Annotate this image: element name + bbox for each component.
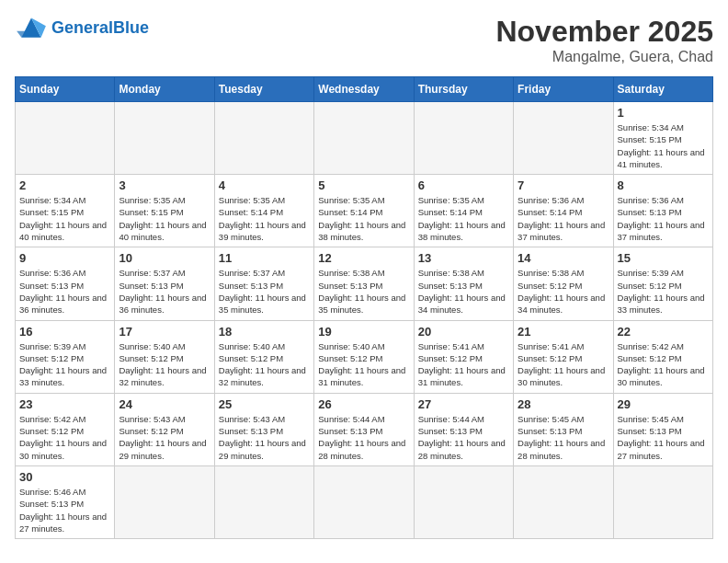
calendar-cell	[115, 465, 214, 538]
day-info: Sunrise: 5:40 AM Sunset: 5:12 PM Dayligh…	[219, 340, 310, 389]
calendar-cell	[314, 465, 414, 538]
calendar-cell: 6Sunrise: 5:35 AM Sunset: 5:14 PM Daylig…	[414, 175, 513, 247]
calendar-cell	[514, 465, 613, 538]
calendar-cell: 20Sunrise: 5:41 AM Sunset: 5:12 PM Dayli…	[414, 320, 513, 393]
calendar-cell: 29Sunrise: 5:45 AM Sunset: 5:13 PM Dayli…	[613, 393, 712, 465]
calendar-cell: 19Sunrise: 5:40 AM Sunset: 5:12 PM Dayli…	[314, 320, 414, 393]
day-info: Sunrise: 5:34 AM Sunset: 5:15 PM Dayligh…	[19, 194, 110, 243]
logo-text: GeneralBlue	[51, 19, 149, 38]
day-info: Sunrise: 5:34 AM Sunset: 5:15 PM Dayligh…	[618, 121, 709, 170]
day-number: 23	[19, 397, 110, 411]
page-header: GeneralBlue November 2025 Mangalme, Guer…	[15, 15, 713, 65]
day-number: 8	[618, 178, 709, 192]
day-number: 17	[119, 325, 210, 339]
day-number: 15	[618, 251, 709, 265]
week-row-3: 9Sunrise: 5:36 AM Sunset: 5:13 PM Daylig…	[16, 247, 713, 320]
day-number: 28	[518, 397, 609, 411]
day-info: Sunrise: 5:44 AM Sunset: 5:13 PM Dayligh…	[318, 413, 409, 462]
week-row-4: 16Sunrise: 5:39 AM Sunset: 5:12 PM Dayli…	[16, 320, 713, 393]
logo-icon	[15, 15, 48, 42]
calendar-cell: 1Sunrise: 5:34 AM Sunset: 5:15 PM Daylig…	[613, 102, 712, 175]
day-number: 7	[518, 178, 609, 192]
day-info: Sunrise: 5:41 AM Sunset: 5:12 PM Dayligh…	[518, 340, 609, 389]
calendar-cell: 11Sunrise: 5:37 AM Sunset: 5:13 PM Dayli…	[214, 247, 313, 320]
day-number: 12	[318, 251, 409, 265]
day-info: Sunrise: 5:38 AM Sunset: 5:13 PM Dayligh…	[318, 267, 409, 316]
day-info: Sunrise: 5:42 AM Sunset: 5:12 PM Dayligh…	[19, 413, 110, 462]
day-number: 9	[19, 251, 110, 265]
day-info: Sunrise: 5:43 AM Sunset: 5:13 PM Dayligh…	[219, 413, 310, 462]
calendar-cell: 5Sunrise: 5:35 AM Sunset: 5:14 PM Daylig…	[314, 175, 414, 247]
day-info: Sunrise: 5:35 AM Sunset: 5:14 PM Dayligh…	[219, 194, 310, 243]
day-number: 16	[19, 325, 110, 339]
calendar-cell: 24Sunrise: 5:43 AM Sunset: 5:12 PM Dayli…	[115, 393, 214, 465]
day-info: Sunrise: 5:40 AM Sunset: 5:12 PM Dayligh…	[318, 340, 409, 389]
day-number: 10	[119, 251, 210, 265]
title-block: November 2025 Mangalme, Guera, Chad	[495, 15, 713, 65]
day-info: Sunrise: 5:36 AM Sunset: 5:14 PM Dayligh…	[518, 194, 609, 243]
calendar-cell: 7Sunrise: 5:36 AM Sunset: 5:14 PM Daylig…	[514, 175, 613, 247]
calendar-cell	[314, 102, 414, 175]
calendar-cell: 16Sunrise: 5:39 AM Sunset: 5:12 PM Dayli…	[16, 320, 115, 393]
day-info: Sunrise: 5:36 AM Sunset: 5:13 PM Dayligh…	[618, 194, 709, 243]
calendar-cell: 8Sunrise: 5:36 AM Sunset: 5:13 PM Daylig…	[613, 175, 712, 247]
calendar-cell: 2Sunrise: 5:34 AM Sunset: 5:15 PM Daylig…	[16, 175, 115, 247]
day-info: Sunrise: 5:35 AM Sunset: 5:14 PM Dayligh…	[418, 194, 509, 243]
calendar-cell: 15Sunrise: 5:39 AM Sunset: 5:12 PM Dayli…	[613, 247, 712, 320]
weekday-header-row: SundayMondayTuesdayWednesdayThursdayFrid…	[16, 77, 713, 102]
calendar-cell: 27Sunrise: 5:44 AM Sunset: 5:13 PM Dayli…	[414, 393, 513, 465]
calendar-cell	[214, 465, 313, 538]
month-title: November 2025	[495, 15, 713, 49]
day-number: 21	[518, 325, 609, 339]
day-info: Sunrise: 5:39 AM Sunset: 5:12 PM Dayligh…	[618, 267, 709, 316]
weekday-header-wednesday: Wednesday	[314, 77, 414, 102]
day-info: Sunrise: 5:45 AM Sunset: 5:13 PM Dayligh…	[518, 413, 609, 462]
calendar-cell: 10Sunrise: 5:37 AM Sunset: 5:13 PM Dayli…	[115, 247, 214, 320]
day-info: Sunrise: 5:36 AM Sunset: 5:13 PM Dayligh…	[19, 267, 110, 316]
calendar-cell: 13Sunrise: 5:38 AM Sunset: 5:13 PM Dayli…	[414, 247, 513, 320]
day-number: 2	[19, 178, 110, 192]
calendar-cell	[214, 102, 313, 175]
day-number: 5	[318, 178, 409, 192]
calendar-cell: 26Sunrise: 5:44 AM Sunset: 5:13 PM Dayli…	[314, 393, 414, 465]
day-number: 30	[19, 470, 110, 484]
calendar-cell	[16, 102, 115, 175]
day-number: 13	[418, 251, 509, 265]
calendar-cell: 30Sunrise: 5:46 AM Sunset: 5:13 PM Dayli…	[16, 465, 115, 538]
day-number: 19	[318, 325, 409, 339]
day-number: 20	[418, 325, 509, 339]
calendar-cell	[414, 465, 513, 538]
day-number: 11	[219, 251, 310, 265]
day-info: Sunrise: 5:37 AM Sunset: 5:13 PM Dayligh…	[119, 267, 210, 316]
calendar-cell: 28Sunrise: 5:45 AM Sunset: 5:13 PM Dayli…	[514, 393, 613, 465]
week-row-2: 2Sunrise: 5:34 AM Sunset: 5:15 PM Daylig…	[16, 175, 713, 247]
day-info: Sunrise: 5:45 AM Sunset: 5:13 PM Dayligh…	[618, 413, 709, 462]
day-number: 1	[618, 106, 709, 120]
calendar-cell: 9Sunrise: 5:36 AM Sunset: 5:13 PM Daylig…	[16, 247, 115, 320]
calendar-cell: 4Sunrise: 5:35 AM Sunset: 5:14 PM Daylig…	[214, 175, 313, 247]
day-number: 3	[119, 178, 210, 192]
day-number: 4	[219, 178, 310, 192]
calendar-cell: 14Sunrise: 5:38 AM Sunset: 5:12 PM Dayli…	[514, 247, 613, 320]
calendar-cell	[514, 102, 613, 175]
calendar-cell: 18Sunrise: 5:40 AM Sunset: 5:12 PM Dayli…	[214, 320, 313, 393]
day-info: Sunrise: 5:43 AM Sunset: 5:12 PM Dayligh…	[119, 413, 210, 462]
weekday-header-sunday: Sunday	[16, 77, 115, 102]
calendar-table: SundayMondayTuesdayWednesdayThursdayFrid…	[15, 76, 713, 539]
weekday-header-monday: Monday	[115, 77, 214, 102]
day-info: Sunrise: 5:38 AM Sunset: 5:12 PM Dayligh…	[518, 267, 609, 316]
day-info: Sunrise: 5:40 AM Sunset: 5:12 PM Dayligh…	[119, 340, 210, 389]
calendar-cell: 12Sunrise: 5:38 AM Sunset: 5:13 PM Dayli…	[314, 247, 414, 320]
calendar-cell: 17Sunrise: 5:40 AM Sunset: 5:12 PM Dayli…	[115, 320, 214, 393]
week-row-6: 30Sunrise: 5:46 AM Sunset: 5:13 PM Dayli…	[16, 465, 713, 538]
weekday-header-thursday: Thursday	[414, 77, 513, 102]
day-info: Sunrise: 5:44 AM Sunset: 5:13 PM Dayligh…	[418, 413, 509, 462]
calendar-cell: 23Sunrise: 5:42 AM Sunset: 5:12 PM Dayli…	[16, 393, 115, 465]
day-number: 22	[618, 325, 709, 339]
day-number: 6	[418, 178, 509, 192]
day-number: 24	[119, 397, 210, 411]
day-number: 14	[518, 251, 609, 265]
day-info: Sunrise: 5:37 AM Sunset: 5:13 PM Dayligh…	[219, 267, 310, 316]
calendar-cell: 25Sunrise: 5:43 AM Sunset: 5:13 PM Dayli…	[214, 393, 313, 465]
calendar-cell	[613, 465, 712, 538]
